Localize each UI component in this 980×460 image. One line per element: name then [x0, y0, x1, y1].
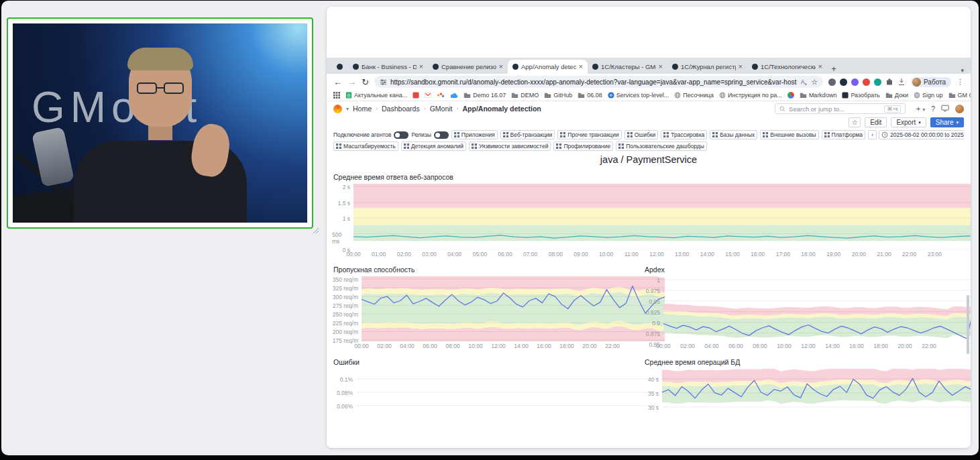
- chart-plot[interactable]: [356, 369, 659, 414]
- pinned-tab[interactable]: [331, 60, 348, 74]
- bookmark-item[interactable]: GM Clients: [948, 92, 971, 99]
- bookmark-item[interactable]: Services top-level...: [608, 92, 669, 99]
- browser-tab[interactable]: Сравнение релизов - Busin...×: [428, 60, 508, 74]
- bookmark-item[interactable]: DEMO: [511, 92, 539, 99]
- breadcrumb-folder[interactable]: GMonit: [430, 105, 453, 113]
- bookmark-item[interactable]: Demo 16.07: [464, 92, 506, 99]
- apps-grid-icon[interactable]: [333, 92, 340, 99]
- tab-close-icon[interactable]: ×: [659, 63, 663, 70]
- extension-icon[interactable]: [874, 78, 881, 86]
- bookmark-item[interactable]: Sign up: [914, 92, 943, 99]
- profile-chip[interactable]: Работа: [911, 77, 951, 87]
- bookmark-item[interactable]: [787, 92, 794, 99]
- dashboard-link-chip[interactable]: Пользовательские дашборды: [616, 141, 707, 151]
- browser-menu-icon[interactable]: ⋮: [957, 78, 964, 87]
- breadcrumb-dashboards[interactable]: Dashboards: [382, 105, 420, 113]
- tab-close-icon[interactable]: ×: [818, 63, 822, 70]
- tab-close-icon[interactable]: ×: [739, 63, 743, 70]
- forward-icon[interactable]: →: [347, 78, 356, 87]
- dashboard-link-chip[interactable]: Профилирование: [553, 141, 613, 151]
- tab-close-icon[interactable]: ×: [499, 63, 503, 70]
- bookmark-star-icon[interactable]: ☆: [811, 78, 818, 86]
- bookmark-item[interactable]: Доки: [885, 92, 908, 99]
- chart-plot[interactable]: [662, 369, 971, 414]
- panel-title[interactable]: Ошибки: [332, 358, 635, 366]
- back-icon[interactable]: ←: [333, 78, 342, 87]
- bookmark-item[interactable]: [425, 92, 431, 99]
- export-button[interactable]: Export▾: [891, 117, 926, 127]
- dashboard-link-chip[interactable]: Уязвимости зависимостей: [469, 141, 551, 151]
- url-text[interactable]: https://sandbox.gmonit.ru/d/anomaly-dete…: [390, 78, 797, 86]
- org-caret-icon[interactable]: ▾: [346, 106, 349, 112]
- bookmark-item[interactable]: Инструкция по ра...: [719, 92, 782, 99]
- edit-button[interactable]: Edit: [865, 117, 887, 127]
- bookmark-item[interactable]: Актуальные кана...: [345, 92, 407, 99]
- bookmark-item[interactable]: Песочница: [674, 92, 714, 99]
- browser-tab[interactable]: 1С/Кластеры - GMonit - Das...×: [588, 60, 667, 74]
- dashboard-link-chip[interactable]: Ошибки: [624, 130, 659, 139]
- tab-close-icon[interactable]: ×: [419, 63, 423, 70]
- extension-icon[interactable]: [851, 78, 859, 86]
- bookmark-item[interactable]: GitHub: [544, 92, 572, 99]
- panel-title[interactable]: Среднее время ответа веб-запросов: [332, 173, 960, 181]
- monitor-icon[interactable]: [941, 105, 949, 113]
- download-icon[interactable]: [897, 78, 906, 86]
- bookmark-item[interactable]: 06.08: [578, 92, 602, 99]
- grafana-logo[interactable]: [333, 105, 342, 113]
- dashboard-link-chip[interactable]: Трассировка: [661, 130, 707, 139]
- dashboard-link-chip[interactable]: Веб-транзакции: [500, 130, 555, 139]
- browser-tab[interactable]: App/Anomaly detection - GM...×: [508, 60, 588, 74]
- extension-icon[interactable]: [840, 78, 847, 86]
- chart-plot[interactable]: [353, 184, 971, 249]
- bookmark-item[interactable]: Разобрать: [842, 92, 879, 99]
- dashboard-link-chip[interactable]: Прочие транзакции: [557, 130, 621, 139]
- dashboard-link-chip[interactable]: Масштабируемость: [333, 141, 398, 151]
- dashboard-link-chip[interactable]: Приложения: [451, 130, 498, 139]
- tab-close-icon[interactable]: ×: [579, 63, 583, 70]
- webcam-window[interactable]: GMonit: [7, 17, 313, 229]
- browser-tab[interactable]: 1С/Журнал регистрации - ...×: [667, 60, 747, 74]
- bookmark-item[interactable]: [437, 92, 445, 99]
- resize-handle-icon[interactable]: [313, 227, 319, 234]
- globe-icon: [719, 92, 726, 99]
- dashboard-link-chip[interactable]: Внешние вызовы: [760, 130, 818, 139]
- tab-search-caret-icon[interactable]: ▾: [961, 67, 967, 74]
- y-axis-labels: 0 s500 ms1 s1.5 s2 s: [332, 184, 353, 249]
- tune-icon[interactable]: [380, 78, 387, 86]
- add-icon[interactable]: + ▾: [916, 105, 925, 113]
- time-range-picker[interactable]: 2025-08-02 00:00:00 to 2025-08-02 23:59:…: [879, 130, 964, 139]
- bookmark-item[interactable]: [413, 92, 419, 99]
- variable-releases-toggle[interactable]: Релизы: [411, 131, 448, 139]
- toggle-switch[interactable]: [394, 131, 409, 139]
- extension-icon[interactable]: [828, 78, 836, 86]
- puzzle-icon[interactable]: [885, 78, 893, 86]
- dashboard-link-chip[interactable]: Платформа: [822, 130, 866, 139]
- address-bar[interactable]: https://sandbox.gmonit.ru/d/anomaly-dete…: [374, 76, 823, 88]
- dashboard-link-chip[interactable]: Детекция аномалий: [401, 141, 466, 151]
- panel-title[interactable]: Пропускная способность: [332, 266, 635, 274]
- user-avatar[interactable]: [955, 105, 964, 113]
- help-icon[interactable]: ?: [931, 105, 935, 113]
- chart-plot[interactable]: [663, 276, 971, 341]
- search-input[interactable]: Search or jump to... ⌘+k: [775, 103, 906, 114]
- browser-tab[interactable]: 1С/Технологический журнал...×: [747, 60, 827, 74]
- x-tick-label: 19:00: [826, 251, 840, 257]
- chart-plot[interactable]: [362, 276, 665, 341]
- time-shift-left-button[interactable]: ‹: [868, 130, 877, 139]
- breadcrumb-home[interactable]: Home: [353, 105, 372, 113]
- reload-icon[interactable]: ↻: [362, 78, 369, 87]
- panel-title[interactable]: Среднее время операций БД: [643, 358, 953, 366]
- browser-tab[interactable]: Банк - Business - Dashboard×: [348, 60, 428, 74]
- share-button[interactable]: Share▾: [930, 117, 964, 127]
- dashboard-link-chip[interactable]: Базы данных: [710, 130, 757, 139]
- bookmark-item[interactable]: [450, 93, 458, 99]
- favorite-star-button[interactable]: ☆: [849, 117, 861, 127]
- new-tab-button[interactable]: +: [827, 64, 840, 74]
- toggle-switch[interactable]: [434, 131, 449, 139]
- bookmark-item[interactable]: Markdown: [800, 92, 837, 99]
- scrollbar-thumb[interactable]: [967, 295, 969, 354]
- translate-icon[interactable]: Aa: [800, 78, 808, 86]
- panel-title[interactable]: Apdex: [643, 266, 953, 274]
- variable-agents-toggle[interactable]: Подключение агентов: [333, 131, 409, 139]
- extension-icon[interactable]: [863, 78, 870, 86]
